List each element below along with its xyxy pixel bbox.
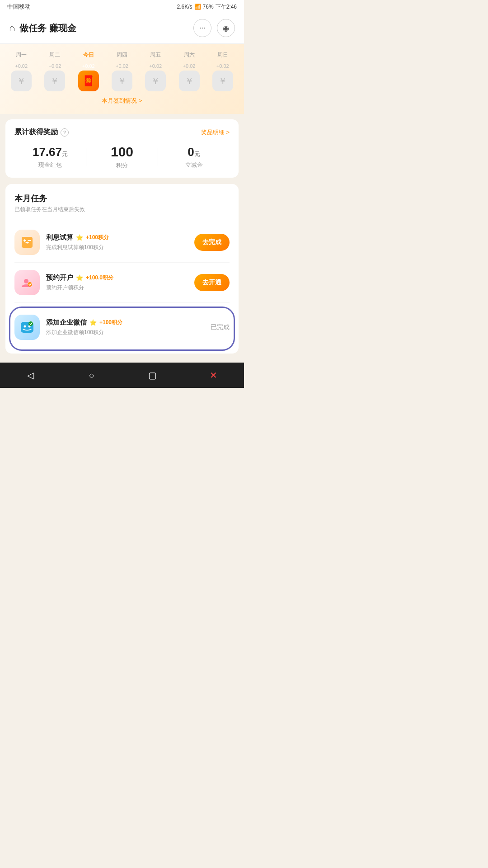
home-nav-icon: ○	[89, 370, 94, 381]
header: ⌂ 做任务 赚现金 ··· ◉	[0, 14, 244, 44]
stat-discount-label: 立减金	[158, 161, 230, 169]
recents-icon: ▢	[148, 370, 157, 381]
network-speed: 2.6K/s	[177, 4, 192, 10]
task-name-row-reserve: 预约开户 ⭐ +100.0积分	[46, 274, 188, 282]
rewards-detail-link[interactable]: 奖品明细 >	[201, 128, 230, 137]
amount-thu: +0.02	[116, 63, 128, 69]
calendar-cell-sat[interactable]: +0.02 ￥	[172, 63, 206, 91]
svg-point-5	[24, 279, 28, 283]
stat-points: 100 积分	[86, 144, 158, 170]
stat-cash-label: 现金红包	[14, 161, 86, 169]
calendar-cells: +0.02 ￥ +0.02 ￥ +0.02 🧧 +0.02 ￥ +0.02 ￥ …	[5, 63, 239, 91]
amount-fri: +0.02	[149, 63, 162, 69]
tasks-subtitle: 已领取任务在当月结束后失效	[14, 206, 230, 213]
stat-discount-value: 0元	[158, 145, 230, 159]
rewards-title: 累计获得奖励 ?	[14, 127, 69, 137]
more-button[interactable]: ···	[193, 19, 211, 37]
icon-sun: ￥	[212, 71, 233, 91]
time-text: 下午2:46	[216, 3, 237, 11]
icon-fri: ￥	[145, 71, 166, 91]
header-left: ⌂ 做任务 赚现金	[9, 22, 76, 34]
wechat-icon	[20, 320, 34, 335]
task-reward-reserve: +100.0积分	[86, 274, 113, 282]
svg-text:÷: ÷	[25, 239, 29, 246]
nav-recents[interactable]: ▢	[143, 365, 163, 385]
calendar-cell-mon[interactable]: +0.02 ￥	[5, 63, 38, 91]
calc-icon: ÷	[20, 235, 34, 250]
nav-bar: ◁ ○ ▢ ✕	[0, 363, 244, 388]
task-icon-wechat	[14, 315, 40, 340]
tasks-section: 本月任务 已领取任务在当月结束后失效 ÷ 利息试算 ⭐ +100积分 完成利息试…	[5, 184, 239, 354]
task-icon-reserve	[14, 270, 40, 295]
icon-thu: ￥	[112, 71, 132, 91]
svg-point-10	[28, 321, 33, 326]
calendar-section: 周一 周二 今日 周四 周五 周六 周日 +0.02 ￥ +0.02 ￥ +0.…	[0, 44, 244, 114]
calendar-cell-tue[interactable]: +0.02 ￥	[38, 63, 71, 91]
task-desc-interest: 完成利息试算领100积分	[46, 244, 188, 251]
checkin-link[interactable]: 本月签到情况 >	[5, 97, 239, 105]
nav-home[interactable]: ○	[82, 365, 102, 385]
task-item-interest: ÷ 利息试算 ⭐ +100积分 完成利息试算领100积分 去完成	[14, 222, 230, 263]
day-mon: 周一	[5, 51, 38, 59]
day-tue: 周二	[38, 51, 71, 59]
help-icon[interactable]: ?	[61, 128, 69, 137]
task-action-reserve[interactable]: 去开通	[194, 274, 230, 291]
calendar-cell-thu[interactable]: +0.02 ￥	[105, 63, 139, 91]
rewards-header: 累计获得奖励 ? 奖品明细 >	[14, 127, 230, 137]
task-icon-interest: ÷	[14, 230, 40, 255]
nav-back[interactable]: ◁	[21, 365, 41, 385]
more-icon: ···	[199, 24, 205, 32]
task-info-reserve: 预约开户 ⭐ +100.0积分 预约开户领积分	[46, 274, 188, 292]
task-name-row-wechat: 添加企业微信 ⭐ +100积分	[46, 318, 204, 327]
header-right: ··· ◉	[193, 19, 235, 37]
scan-icon: ◉	[223, 24, 229, 33]
task-name-row-interest: 利息试算 ⭐ +100积分	[46, 233, 188, 242]
task-item-reserve: 预约开户 ⭐ +100.0积分 预约开户领积分 去开通	[14, 263, 230, 303]
home-icon[interactable]: ⌂	[9, 22, 15, 34]
star-icon-wechat: ⭐	[89, 319, 97, 326]
star-icon-interest: ⭐	[76, 234, 83, 241]
signal-icon: 📶	[194, 4, 201, 10]
stat-discount: 0元 立减金	[158, 145, 230, 169]
day-today: 今日	[72, 51, 105, 59]
rewards-stats: 17.67元 现金红包 100 积分 0元 立减金	[14, 144, 230, 170]
icon-sat: ￥	[179, 71, 200, 91]
icon-mon: ￥	[11, 71, 32, 91]
rewards-section: 累计获得奖励 ? 奖品明细 > 17.67元 现金红包 100 积分 0元 立减…	[5, 119, 239, 178]
stat-cash: 17.67元 现金红包	[14, 145, 86, 169]
icon-tue: ￥	[44, 71, 65, 91]
back-icon: ◁	[27, 370, 34, 381]
close-icon: ✕	[210, 370, 217, 381]
scan-button[interactable]: ◉	[217, 19, 235, 37]
task-reward-wechat: +100积分	[99, 319, 122, 326]
task-reward-interest: +100积分	[86, 234, 109, 241]
task-action-interest[interactable]: 去完成	[194, 234, 230, 251]
status-right: 2.6K/s 📶 76% 下午2:46	[177, 3, 237, 11]
task-done-wechat: 已完成	[211, 323, 230, 331]
battery-text: 76%	[203, 4, 214, 10]
nav-close[interactable]: ✕	[204, 365, 224, 385]
stat-points-value: 100	[86, 144, 158, 160]
checkin-text: 本月签到情况 >	[102, 97, 142, 104]
day-sun: 周日	[206, 51, 239, 59]
task-item-wechat: 添加企业微信 ⭐ +100积分 添加企业微信领100积分 已完成	[14, 307, 230, 347]
calendar-cell-today[interactable]: +0.02 🧧	[72, 63, 105, 91]
carrier-text: 中国移动	[7, 3, 31, 11]
account-icon	[20, 275, 34, 290]
task-info-interest: 利息试算 ⭐ +100积分 完成利息试算领100积分	[46, 233, 188, 251]
amount-sat: +0.02	[183, 63, 196, 69]
calendar-cell-fri[interactable]: +0.02 ￥	[139, 63, 172, 91]
task-desc-reserve: 预约开户领积分	[46, 284, 188, 292]
calendar-cell-sun[interactable]: +0.02 ￥	[206, 63, 239, 91]
task-name-wechat: 添加企业微信	[46, 318, 87, 327]
star-icon-reserve: ⭐	[76, 274, 83, 281]
day-thu: 周四	[105, 51, 139, 59]
svg-point-8	[24, 326, 26, 328]
task-desc-wechat: 添加企业微信领100积分	[46, 329, 204, 336]
tasks-title: 本月任务	[14, 193, 230, 204]
stat-cash-value: 17.67元	[14, 145, 86, 159]
stat-points-label: 积分	[86, 161, 158, 170]
amount-today: +0.02	[82, 63, 95, 69]
page-title: 做任务 赚现金	[19, 22, 76, 34]
day-fri: 周五	[139, 51, 172, 59]
